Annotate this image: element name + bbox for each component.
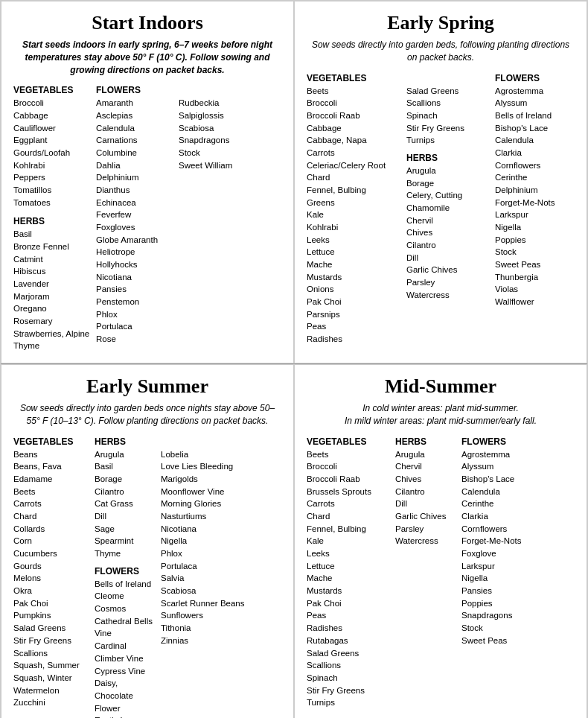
list-item: Chives [406,226,492,239]
list-item: Agrostemma [461,448,543,461]
list-item: Rudbeckia [179,97,246,109]
q4-veg-items: BeetsBroccoliBroccoli RaabBrussels Sprou… [307,448,392,709]
list-item: Leeks [307,234,403,247]
list-item: Beets [307,85,403,98]
q4-flow-items: AgrostemmaAlyssumBishop's LaceCalendulaC… [461,448,543,647]
list-item: Borage [406,177,492,190]
list-item: Nicotiana [96,271,174,284]
q1-flow2-col: FLOWERS RudbeckiaSalpiglossisScabiosaSna… [179,85,246,352]
list-item: Columbine [96,147,174,159]
list-item: Radishes [307,333,403,346]
list-item: Phlox [96,308,174,321]
q4-subtitle: In cold winter areas: plant mid-summer. … [307,402,575,428]
list-item: Cleome [95,590,158,603]
q3-herbs-header: HERBS [95,436,158,447]
list-item: Watermelon [13,684,92,697]
list-item: Rose [96,333,174,346]
list-item: Turnips [406,134,492,147]
list-item: Greens [307,197,403,209]
list-item: Watercress [406,289,492,302]
list-item: Mache [307,572,392,585]
list-item: Cabbage [307,122,403,135]
list-item: Chives [395,473,458,486]
list-item: Onions [307,283,403,296]
list-item: Gourds/Loofah [13,147,92,159]
q2-herbs-items: ArugulaBorageCelery, CuttingChamomileChe… [406,165,492,301]
list-item: Pak Choi [307,597,392,610]
list-item: Stock [495,246,569,258]
list-item: Pansies [96,283,174,296]
list-item: Pansies [461,585,543,597]
q2-veg2-col: VEG Salad GreensScallionsSpinachStir Fry… [406,73,492,346]
list-item: Spearmint [95,535,158,547]
list-item: Morning Glories [161,498,265,510]
q1-flow2-items: RudbeckiaSalpiglossisScabiosaSnapdragons… [179,97,246,171]
list-item: Cerinthe [461,498,543,510]
list-item: Asclepias [96,109,174,122]
q1-flowers-header: FLOWERS [96,85,174,95]
list-item: Broccoli [307,97,403,109]
list-item: Chard [13,510,92,523]
list-item: Salad Greens [406,85,492,98]
list-item: Larkspur [461,560,543,573]
list-item: Snapdragons [179,134,246,147]
list-item: Portulaca [96,320,174,333]
list-item: Larkspur [495,209,569,221]
q1-veg-col: VEGETABLES BroccoliCabbageCauliflowerEgg… [13,85,92,352]
list-item: Violas [495,283,569,296]
q2-columns: VEGETABLES BeetsBroccoliBroccoli RaabCab… [307,73,575,346]
list-item: Bells of Ireland [95,578,158,591]
list-item: Globe Amaranth [96,234,174,247]
quadrant-early-spring: Early Spring Sow seeds directly into gar… [294,1,587,363]
q2-herbs-header: HERBS [406,153,492,163]
list-item: Delphinium [495,184,569,197]
list-item: Oregano [13,302,92,315]
list-item: Chamomile [406,202,492,215]
list-item: Scallions [406,97,492,109]
list-item: Daisy, Chocolate Flower [95,677,158,714]
list-item: Borage [95,473,158,486]
list-item: Arugula [406,165,492,177]
list-item: Foxgloves [96,221,174,234]
list-item: Basil [13,228,92,241]
list-item: Dahlia [96,159,174,172]
list-item: Catmint [13,253,92,266]
list-item: Thyme [95,547,158,560]
list-item: Tomatoes [13,197,92,209]
q4-title: Mid-Summer [307,375,575,398]
list-item: Carnations [96,134,174,147]
list-item: Arugula [395,448,458,461]
q3-veg-col: VEGETABLES BeansBeans, FavaEdamameBeetsC… [13,436,92,718]
list-item: Pumpkins [13,609,92,622]
list-item: Basil [95,460,158,473]
q4-herbs-header: HERBS [395,436,458,447]
list-item: Calendula [96,122,174,135]
list-item: Mustards [307,271,403,284]
list-item: Feverfew [96,209,174,221]
list-item: Beets [307,448,392,461]
list-item: Nasturtiums [161,510,265,523]
list-item: Peas [307,609,392,622]
q3-subtitle: Sow seeds directly into garden beds once… [13,402,281,428]
q2-subtitle: Sow seeds directly into garden beds, fol… [307,39,575,64]
list-item: Stir Fry Greens [307,684,392,697]
q1-herbs-items: BasilBronze FennelCatmintHibiscusLavende… [13,228,92,352]
list-item: Salpiglossis [179,109,246,122]
list-item: Pak Choi [13,597,92,610]
q1-herbs-header: HERBS [13,216,92,226]
list-item: Cilantro [406,239,492,252]
list-item: Scallions [13,647,92,660]
list-item: Stock [461,622,543,635]
list-item: Cabbage [13,109,92,122]
q1-flow1-col: FLOWERS AmaranthAsclepiasCalendulaCarnat… [96,85,174,352]
list-item: Chard [307,171,403,184]
list-item: Clarkia [495,147,569,159]
main-grid: Start Indoors Start seeds indoors in ear… [0,0,588,718]
list-item: Bishop's Lace [495,122,569,135]
q4-subtitle1: In cold winter areas: plant mid-summer. [362,403,519,413]
list-item: Salad Greens [307,647,392,660]
q2-veg2-items: Salad GreensScallionsSpinachStir Fry Gre… [406,85,492,147]
list-item: Exotic Love Vine [95,714,158,718]
list-item: Collards [13,523,92,536]
list-item: Scallions [307,659,392,672]
